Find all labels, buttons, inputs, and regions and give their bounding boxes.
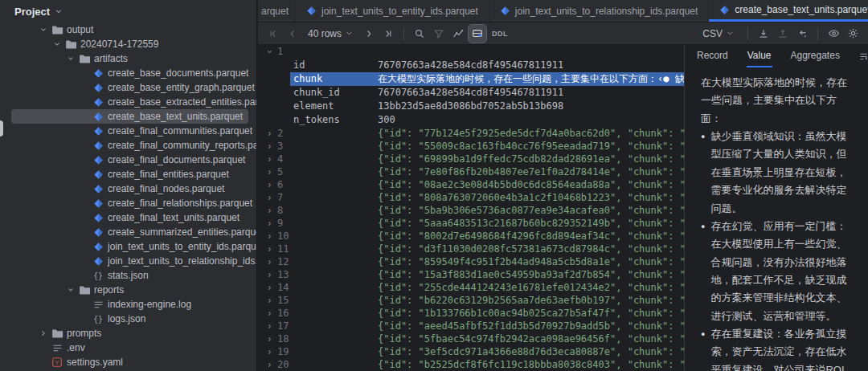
grid-row-8[interactable]: 8{"id": "5ba9b306e5736ac0877ea9e34acafea… (258, 204, 684, 217)
grid-row-17[interactable]: 17{"id": "aeed45afbf52f1dd3b5d70927b9add… (258, 320, 684, 332)
grid-row-14[interactable]: 14{"id": "255cde444124243e16781efe012434… (258, 281, 684, 294)
expand-row-icon[interactable] (264, 140, 275, 153)
grid-field-chunk[interactable]: chunk在大模型实际落地的时候，存在一些问题，主要集中在以下方面：‹● 缺少垂… (290, 72, 684, 86)
grid-row-19[interactable]: 19{"id": "3ef5cdc971a4366e88d76d3eca8088… (258, 345, 684, 358)
grid-row-7[interactable]: 7{"id": "808a763072060e4b3a1c2f10468b122… (258, 191, 684, 204)
expand-row-icon[interactable] (264, 204, 275, 217)
tree-item-settings-yaml[interactable]: Ysettings.yaml (0, 355, 256, 369)
expand-row-icon[interactable] (264, 230, 275, 243)
tree-item-stats-json[interactable]: {}stats.json (0, 268, 256, 283)
expand-row-icon[interactable] (264, 320, 275, 332)
expand-row-icon[interactable] (264, 358, 275, 371)
grid-row-10[interactable]: 10{"id": "8002d7e6498684f4296fc8d894eaf3… (258, 230, 684, 243)
expand-row-icon[interactable] (264, 165, 275, 178)
tree-item-create-final-relationships-parquet[interactable]: create_final_relationships.parquet (0, 196, 256, 210)
ddl-button[interactable]: DDL (488, 30, 512, 38)
upload-icon[interactable] (774, 25, 792, 43)
expand-row-icon[interactable] (264, 294, 275, 307)
tree-item-output[interactable]: output (0, 22, 256, 37)
download-icon[interactable] (755, 25, 772, 43)
tree-item-create-base-entity-graph-parquet[interactable]: create_base_entity_graph.parquet (0, 80, 256, 95)
tab-record[interactable]: Record (696, 45, 729, 67)
expand-row-icon[interactable] (264, 268, 275, 281)
tree-item-create-summarized-entities-parquet[interactable]: create_summarized_entities.parquet (0, 225, 256, 239)
tree-item-reports[interactable]: reports (0, 283, 256, 297)
tree-item-join-text-units-to-relationship-ids-parquet[interactable]: join_text_units_to_relationship_ids.parq… (0, 254, 256, 268)
grid-row-5[interactable]: 5{"id": "7e80f86fb20b4807ee7e1f0a2d78414… (258, 165, 684, 178)
chevron-down-icon[interactable] (37, 23, 50, 36)
expand-row-icon[interactable] (264, 332, 275, 345)
grid-field-element[interactable]: element13bb23d5ae8d3086bd7052ab5b13b698 (258, 100, 684, 113)
tree-item-indexing-engine-log[interactable]: indexing-engine.log (0, 297, 256, 312)
tree-item-artifacts[interactable]: artifacts (0, 51, 256, 66)
chevron-down-icon[interactable] (64, 52, 77, 65)
tree-item-create-base-extracted-entities-parquet[interactable]: create_base_extracted_entities.parquet (0, 95, 256, 109)
expand-row-icon[interactable] (264, 127, 275, 140)
expand-row-icon[interactable] (264, 255, 275, 268)
project-panel-header[interactable]: Project (0, 0, 256, 22)
grid-row-9[interactable]: 9{"id": "5aaa6483513c21687b60bc829352149… (258, 217, 684, 230)
tree-item-20240714-172559[interactable]: 20240714-172559 (0, 37, 256, 51)
tree-item-create-base-text-units-parquet[interactable]: create_base_text_units.parquet (0, 109, 256, 124)
expand-row-icon[interactable] (264, 345, 275, 358)
grid-row-16[interactable]: 16{"id": "1b133766b1c00ac94b025ca27b5af4… (258, 307, 684, 320)
tab-value[interactable]: Value (747, 45, 772, 67)
expand-row-icon[interactable] (264, 281, 275, 294)
panel-drag-handle[interactable] (0, 120, 3, 137)
expand-row-icon[interactable] (264, 243, 275, 255)
grid-field-n_tokens[interactable]: n_tokens300 (258, 113, 684, 127)
tree-item--env[interactable]: .env (0, 340, 256, 355)
expand-row-icon[interactable] (264, 178, 275, 191)
grid-row-expanded-header[interactable]: 1 (258, 45, 684, 59)
chevron-down-icon[interactable] (64, 283, 77, 296)
expand-row-icon[interactable] (264, 153, 275, 165)
expand-row-icon[interactable] (264, 307, 275, 320)
filter-icon[interactable] (430, 25, 448, 43)
tree-item-create-final-text-units-parquet[interactable]: create_final_text_units.parquet (0, 210, 256, 225)
grid-row-13[interactable]: 13{"id": "15a3f883d1ae0c54959ba93af2d7b8… (258, 268, 684, 281)
next-page-button[interactable] (360, 25, 378, 43)
grid-row-3[interactable]: 3{"id": "55009c8ac163fb40cc76f95eeadad71… (258, 140, 684, 153)
tree-item-create-final-documents-parquet[interactable]: create_final_documents.parquet (0, 153, 256, 167)
last-page-button[interactable] (379, 25, 397, 43)
tree-item-logs-json[interactable]: {}logs.json (0, 312, 256, 326)
tree-item-create-base-documents-parquet[interactable]: create_base_documents.parquet (0, 66, 256, 80)
value-viewer[interactable]: 在大模型实际落地的时候，存在一些问题，主要集中在以下方面： ●缺少垂直领域知识：… (685, 67, 868, 371)
grid-row-20[interactable]: 20{"id": "b2525dcf8f6fc119c18bbba8038c84… (258, 358, 684, 371)
previous-page-button[interactable] (284, 25, 301, 43)
first-page-button[interactable] (264, 25, 282, 43)
search-icon[interactable] (411, 25, 428, 43)
grid-row-4[interactable]: 4{"id": "69899ba1d9ffedc75cdb82dad28691e… (258, 153, 684, 165)
table-view-icon[interactable] (469, 25, 486, 43)
editor-tab-join-text-units-to-entity-ids-parquet[interactable]: join_text_units_to_entity_ids.parquet (296, 0, 489, 22)
export-format-select[interactable]: CSV (696, 28, 741, 39)
editor-tab-join-text-units-to-relationship-ids-parquet[interactable]: join_text_units_to_relationship_ids.parq… (489, 0, 710, 22)
expand-row-icon[interactable] (264, 217, 275, 230)
chevron-right-icon[interactable] (37, 327, 50, 340)
grid-field-id[interactable]: id76707663a428e584cd8f495467811911 (258, 59, 684, 72)
expand-row-icon[interactable] (264, 191, 275, 204)
gear-icon[interactable] (844, 25, 862, 43)
soft-wrap-icon[interactable] (858, 51, 868, 62)
page-size-select[interactable]: 40 rows (303, 28, 358, 39)
grid-field-chunk_id[interactable]: chunk_id76707663a428e584cd8f495467811911 (258, 86, 684, 100)
grid-row-15[interactable]: 15{"id": "b6220c63129b2565aa7de63aefb0b1… (258, 294, 684, 307)
grid-row-2[interactable]: 2{"id": "77b124e5f2925ede5dcf7d4a0bac62d… (258, 127, 684, 140)
tree-item-join-text-units-to-entity-ids-parquet[interactable]: join_text_units_to_entity_ids.parquet (0, 239, 256, 254)
chart-view-icon[interactable] (449, 25, 467, 43)
grid-row-12[interactable]: 12{"id": "859549f4c951f2b44ad948a5cb5d8a… (258, 255, 684, 268)
tree-item-create-final-community-reports-parquet[interactable]: create_final_community_reports.parquet (0, 138, 256, 153)
collapse-row-icon[interactable] (264, 45, 275, 58)
grid-row-11[interactable]: 11{"id": "d3f11030d0208fc57381a673cd8798… (258, 243, 684, 255)
tree-item-create-final-entities-parquet[interactable]: create_final_entities.parquet (0, 167, 256, 181)
tree-item-create-final-communities-parquet[interactable]: create_final_communities.parquet (0, 124, 256, 138)
grid-row-18[interactable]: 18{"id": "5fbaec54c974fb2942aca098ae9645… (258, 332, 684, 345)
editor-tab-arquet[interactable]: arquet (258, 0, 296, 22)
grid-row-6[interactable]: 6{"id": "08ae2c3e08d4b5bd0c6dc8564eada88… (258, 178, 684, 191)
chevron-down-icon[interactable] (51, 38, 63, 51)
tree-item-create-final-nodes-parquet[interactable]: create_final_nodes.parquet (0, 181, 256, 196)
editor-tab-create-base-text-units-parquet[interactable]: create_base_text_units.parquet× (709, 0, 868, 22)
eye-icon[interactable] (825, 25, 842, 43)
tree-item-prompts[interactable]: prompts (0, 326, 256, 340)
arrow-left-export-icon[interactable] (793, 25, 811, 43)
